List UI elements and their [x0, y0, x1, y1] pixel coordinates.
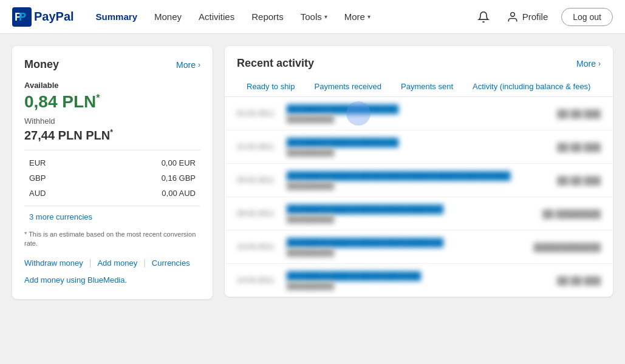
activity-card: Recent activity More › Ready to ship Pay…: [225, 46, 613, 297]
currency-amount-aud: 0,00 AUD: [162, 189, 196, 198]
currency-row-eur[interactable]: EUR 0,00 EUR: [24, 155, 200, 170]
money-more-link[interactable]: More ›: [176, 60, 200, 70]
asterisk-mark: *: [96, 93, 100, 103]
row-name-6: ████████████████████████: [287, 271, 550, 280]
currency-amount-eur: 0,00 EUR: [162, 158, 196, 167]
profile-label: Profile: [522, 12, 548, 22]
profile-button[interactable]: Profile: [500, 7, 555, 27]
currency-row-aud[interactable]: AUD 0,00 AUD: [24, 186, 200, 201]
row-date-1: 01-02-2011: [237, 109, 279, 118]
divider-2: |: [143, 258, 146, 268]
row-sub-6: ██████████: [287, 282, 550, 289]
main-content: Money More › Available 0,84 PLN* Withhel…: [0, 34, 625, 364]
currency-amount-gbp: 0,16 GBP: [162, 174, 196, 183]
currencies-link[interactable]: Currencies: [152, 258, 190, 268]
money-more-arrow-icon: ›: [198, 61, 200, 69]
header-right: Profile Log out: [474, 7, 613, 27]
nav-reports[interactable]: Reports: [244, 7, 291, 27]
row-date-5: 13-03-2011: [237, 243, 279, 251]
tab-payments-sent[interactable]: Payments sent: [391, 77, 463, 97]
divider-1: |: [89, 258, 92, 268]
table-row[interactable]: 13-03-2011 ████████████████████████████ …: [225, 231, 613, 264]
row-info-1: ████████████████████ ██████████: [287, 104, 550, 123]
add-money-link[interactable]: Add money: [97, 258, 137, 268]
row-amount-2: ██ ██ ███: [557, 143, 601, 152]
nav-summary[interactable]: Summary: [89, 7, 145, 27]
row-amount-1: ██ ██ ███: [557, 109, 601, 118]
main-balance: 0,84 PLN*: [24, 92, 200, 112]
available-label: Available: [24, 81, 200, 90]
row-date-3: 25-02-2011: [237, 176, 279, 184]
tab-ready-to-ship[interactable]: Ready to ship: [237, 77, 305, 97]
row-sub-5: ██████████: [287, 249, 526, 256]
nav-more[interactable]: More ▾: [337, 7, 378, 27]
profile-icon: [507, 11, 519, 23]
currency-code-aud: AUD: [29, 189, 46, 198]
svg-text:P: P: [19, 11, 26, 23]
notifications-button[interactable]: [474, 7, 493, 27]
money-card-title: Money: [24, 58, 59, 71]
withdraw-money-link[interactable]: Withdraw money: [24, 258, 83, 268]
activity-list: 01-02-2011 ████████████████████ ████████…: [225, 97, 613, 297]
row-amount-4: ██ ████████: [542, 209, 601, 218]
row-sub-2: ██████████: [287, 149, 550, 156]
more-currencies-link[interactable]: 3 more currencies: [24, 210, 200, 224]
header: P P PayPal Summary Money Activities Repo…: [0, 0, 625, 34]
more-chevron-icon: ▾: [367, 13, 371, 20]
row-info-6: ████████████████████████ ██████████: [287, 271, 550, 289]
logo-area: P P PayPal: [12, 7, 74, 27]
svg-point-3: [510, 12, 514, 16]
row-name-3: ████████████████████████████████████████: [287, 171, 550, 180]
row-date-2: 21-02-2011: [237, 143, 279, 151]
row-info-5: ████████████████████████████ ██████████: [287, 238, 526, 256]
paypal-wordmark: PayPal: [34, 10, 74, 24]
nav-money[interactable]: Money: [147, 7, 189, 27]
money-card-header: Money More ›: [24, 58, 200, 71]
money-card: Money More › Available 0,84 PLN* Withhel…: [12, 46, 213, 299]
currency-table: EUR 0,00 EUR GBP 0,16 GBP AUD 0,00 AUD: [24, 150, 200, 206]
currency-code-eur: EUR: [29, 158, 46, 167]
nav-tools[interactable]: Tools ▾: [293, 7, 335, 27]
paypal-logo-icon: P P: [12, 7, 32, 27]
withheld-label: Withheld: [24, 116, 200, 126]
row-name-2: ████████████████████: [287, 138, 550, 147]
table-row[interactable]: 14-03-2011 ████████████████████████ ████…: [225, 264, 613, 297]
row-amount-6: ██ ██ ███: [557, 276, 601, 285]
activity-tabs: Ready to ship Payments received Payments…: [225, 70, 613, 97]
activity-title: Recent activity: [237, 57, 314, 70]
withheld-amount: 27,44 PLN PLN*: [24, 128, 200, 143]
row-amount-3: ██ ██ ███: [557, 176, 601, 185]
right-panel: Recent activity More › Ready to ship Pay…: [225, 46, 613, 352]
row-sub-1: ██████████: [287, 115, 550, 123]
withheld-asterisk: *: [110, 128, 113, 136]
row-name-4: ████████████████████████████: [287, 204, 535, 214]
table-row[interactable]: 28-02-2011 ████████████████████████████ …: [225, 197, 613, 231]
main-nav: Summary Money Activities Reports Tools ▾…: [89, 7, 474, 27]
row-name-5: ████████████████████████████: [287, 238, 526, 247]
estimate-note: * This is an estimate based on the most …: [24, 230, 200, 249]
tools-chevron-icon: ▾: [324, 13, 327, 20]
tab-all-activity[interactable]: Activity (including balance & fees): [463, 77, 600, 97]
activity-more-link[interactable]: More ›: [576, 59, 601, 69]
tab-payments-received[interactable]: Payments received: [305, 77, 392, 97]
row-info-3: ████████████████████████████████████████…: [287, 171, 550, 189]
logout-button[interactable]: Log out: [561, 8, 613, 26]
currency-code-gbp: GBP: [29, 174, 46, 183]
activity-more-arrow-icon: ›: [598, 59, 601, 68]
activity-header: Recent activity More ›: [225, 46, 613, 70]
currency-row-gbp[interactable]: GBP 0,16 GBP: [24, 170, 200, 186]
row-date-6: 14-03-2011: [237, 276, 279, 285]
bluemedia-link[interactable]: Add money using BlueMedia.: [24, 275, 127, 285]
row-info-2: ████████████████████ ██████████: [287, 138, 550, 156]
table-row[interactable]: 01-02-2011 ████████████████████ ████████…: [225, 97, 613, 130]
left-panel: Money More › Available 0,84 PLN* Withhel…: [12, 46, 213, 352]
nav-activities[interactable]: Activities: [191, 7, 242, 27]
table-row[interactable]: 21-02-2011 ████████████████████ ████████…: [225, 130, 613, 164]
row-sub-3: ██████████: [287, 182, 550, 189]
row-name-1: ████████████████████: [287, 104, 550, 113]
row-amount-5: ████████████: [533, 243, 601, 252]
table-row[interactable]: 25-02-2011 █████████████████████████████…: [225, 164, 613, 197]
row-sub-4: ██████████: [287, 215, 535, 223]
action-links: Withdraw money | Add money | Currencies: [24, 258, 200, 268]
row-date-4: 28-02-2011: [237, 209, 279, 218]
